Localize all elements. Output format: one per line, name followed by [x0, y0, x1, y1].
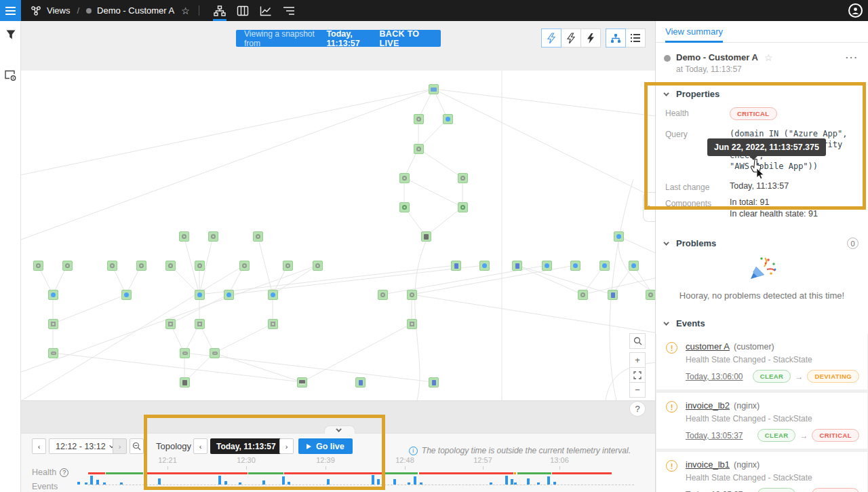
- topology-node[interactable]: [614, 231, 624, 242]
- event-count-bar[interactable]: [372, 475, 374, 485]
- event-count-bar[interactable]: [490, 482, 492, 485]
- table-view-icon[interactable]: [231, 0, 254, 21]
- topology-node[interactable]: [421, 231, 431, 242]
- event-count-bar[interactable]: [393, 479, 396, 485]
- tab-view-summary[interactable]: View summary: [665, 21, 723, 43]
- topology-node[interactable]: [355, 377, 366, 387]
- topology-node[interactable]: [608, 290, 618, 300]
- event-count-bar[interactable]: [408, 482, 410, 485]
- topology-node[interactable]: [33, 261, 43, 271]
- events-list-icon[interactable]: [277, 0, 300, 21]
- topology-node[interactable]: [414, 144, 424, 154]
- health-timeline-segment[interactable]: [517, 472, 551, 474]
- event-count-bar[interactable]: [77, 482, 80, 485]
- health-timeline-segment[interactable]: [514, 472, 516, 474]
- problems-filter-filled-button[interactable]: [580, 29, 601, 48]
- health-timeline-segment[interactable]: [248, 472, 283, 474]
- event-component-link[interactable]: invoice_lb2: [686, 400, 730, 411]
- properties-section-header[interactable]: Properties: [656, 79, 868, 105]
- problems-section-header[interactable]: Problems 0: [656, 228, 868, 254]
- event-component-link[interactable]: customer A: [686, 341, 730, 352]
- topology-node[interactable]: [458, 173, 468, 183]
- topology-node[interactable]: [297, 377, 307, 387]
- topology-node[interactable]: [429, 84, 439, 94]
- topology-view-icon[interactable]: [208, 0, 231, 21]
- list-mode-button[interactable]: [625, 29, 646, 48]
- topology-node[interactable]: [512, 261, 522, 271]
- health-timeline-segment[interactable]: [106, 472, 143, 474]
- topology-node[interactable]: [458, 202, 468, 212]
- topology-node[interactable]: [107, 261, 117, 271]
- topology-node[interactable]: [479, 261, 490, 271]
- topology-canvas[interactable]: [21, 71, 655, 400]
- fit-to-screen-button[interactable]: [629, 367, 646, 383]
- topology-node[interactable]: [570, 261, 580, 271]
- topology-node[interactable]: [195, 261, 205, 271]
- telemetry-chart-icon[interactable]: [254, 0, 277, 21]
- event-count-bar[interactable]: [505, 476, 508, 485]
- event-count-bar[interactable]: [537, 482, 540, 485]
- topology-node[interactable]: [313, 261, 323, 271]
- breadcrumb-view-name[interactable]: Demo - Customer A: [97, 5, 174, 16]
- hamburger-menu-icon[interactable]: [0, 0, 21, 21]
- topology-node[interactable]: [268, 290, 278, 300]
- topology-node[interactable]: [253, 231, 263, 242]
- health-timeline-segment[interactable]: [383, 472, 418, 474]
- health-timeline-segment[interactable]: [284, 472, 382, 474]
- event-count-bar[interactable]: [327, 479, 330, 485]
- health-timeline-segment[interactable]: [144, 472, 248, 474]
- topology-node[interactable]: [443, 114, 453, 124]
- event-time-link[interactable]: Today, 13:05:37: [686, 490, 743, 492]
- favorite-star-icon[interactable]: ☆: [181, 5, 190, 16]
- event-count-bar[interactable]: [96, 480, 99, 485]
- event-time-link[interactable]: Today, 13:05:37: [686, 431, 743, 440]
- timeline-chart[interactable]: 12:2112:3012:3912:4812:5713:06: [21, 434, 655, 492]
- event-count-bar[interactable]: [158, 478, 161, 485]
- topology-node[interactable]: [399, 173, 410, 183]
- topology-node[interactable]: [179, 231, 189, 242]
- event-count-bar[interactable]: [262, 480, 265, 485]
- zoom-in-button[interactable]: +: [629, 352, 646, 368]
- topology-node[interactable]: [399, 202, 410, 212]
- event-count-bar[interactable]: [103, 482, 106, 485]
- topology-node[interactable]: [414, 114, 424, 124]
- last-change-value[interactable]: Today, 11:13:57: [730, 181, 789, 192]
- topology-node[interactable]: [195, 290, 205, 300]
- topology-node[interactable]: [268, 319, 278, 329]
- topology-node[interactable]: [407, 290, 417, 300]
- panel-expand-handle[interactable]: ›: [643, 192, 655, 222]
- events-section-header[interactable]: Events: [656, 309, 868, 334]
- event-time-link[interactable]: Today, 13:06:00: [686, 372, 743, 381]
- topology-node[interactable]: [451, 261, 461, 271]
- favorite-star-icon[interactable]: ☆: [764, 52, 773, 63]
- event-count-bar[interactable]: [414, 476, 416, 485]
- event-count-bar[interactable]: [420, 482, 422, 485]
- event-count-bar[interactable]: [120, 482, 123, 485]
- topology-node[interactable]: [136, 261, 146, 271]
- topology-node[interactable]: [62, 261, 73, 271]
- event-count-bar[interactable]: [90, 476, 93, 485]
- timeline-collapse-toggle[interactable]: [324, 425, 355, 434]
- topology-node[interactable]: [283, 261, 293, 271]
- topology-node[interactable]: [407, 319, 417, 329]
- help-button[interactable]: ?: [629, 401, 646, 417]
- topology-node[interactable]: [239, 261, 250, 271]
- topology-node[interactable]: [180, 348, 190, 358]
- event-count-bar[interactable]: [224, 481, 227, 485]
- event-component-link[interactable]: invoice_lb1: [686, 459, 730, 470]
- event-count-bar[interactable]: [553, 482, 556, 485]
- event-count-bar[interactable]: [239, 482, 241, 485]
- topology-node[interactable]: [542, 261, 552, 271]
- event-count-bar[interactable]: [377, 479, 380, 485]
- topology-node[interactable]: [578, 290, 588, 300]
- event-count-bar[interactable]: [288, 482, 290, 485]
- problems-filter-all-button[interactable]: [541, 29, 561, 48]
- filter-icon[interactable]: [0, 21, 21, 48]
- topology-node[interactable]: [429, 377, 439, 387]
- event-count-bar[interactable]: [282, 476, 285, 485]
- zoom-out-button[interactable]: −: [629, 382, 646, 398]
- health-timeline-segment[interactable]: [88, 472, 105, 474]
- event-count-bar[interactable]: [547, 476, 550, 485]
- topology-node[interactable]: [195, 319, 205, 329]
- topology-node[interactable]: [121, 290, 132, 300]
